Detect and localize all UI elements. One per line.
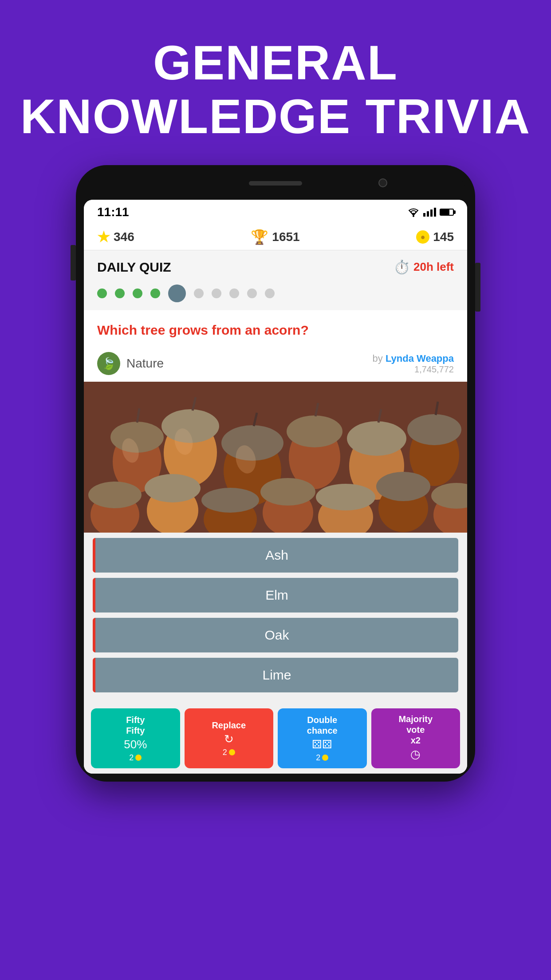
dot-10 <box>265 288 275 298</box>
status-icons <box>407 207 454 217</box>
lifeline-double-chance[interactable]: Double chance ⚄⚄ 2 <box>278 708 367 768</box>
svg-point-12 <box>287 415 342 447</box>
dot-5-current <box>168 285 186 302</box>
signal-icon <box>423 208 436 217</box>
lifeline-fifty-fifty[interactable]: Fifty Fifty 50% 2 <box>91 708 180 768</box>
acorn-illustration <box>84 382 467 533</box>
fifty-cost: 2 <box>129 753 142 763</box>
author-play-count: 1,745,772 <box>373 364 454 375</box>
star-icon: ★ <box>97 229 110 245</box>
answer-oak[interactable]: Oak <box>93 618 458 652</box>
lifeline-replace[interactable]: Replace ↻ 2 <box>185 708 274 768</box>
cost-dot-2 <box>229 749 235 755</box>
dot-2 <box>115 288 125 298</box>
timer-badge: ⏱️ 20h left <box>394 259 454 275</box>
daily-quiz-title: DAILY QUIZ <box>97 260 171 275</box>
svg-point-25 <box>201 488 259 513</box>
dot-7 <box>212 288 221 298</box>
lifeline-majority-vote[interactable]: Majority vote x2 ◷ <box>371 708 460 768</box>
dot-9 <box>247 288 257 298</box>
trophy-score: 🏆 1651 <box>251 229 299 245</box>
phone-camera <box>378 178 387 187</box>
answer-lime[interactable]: Lime <box>93 658 458 692</box>
svg-point-15 <box>347 421 406 456</box>
dot-4 <box>150 288 160 298</box>
stars-score: ★ 346 <box>97 229 134 245</box>
author-info: by Lynda Weappa 1,745,772 <box>373 353 454 375</box>
category-left: 🍃 Nature <box>97 352 164 375</box>
dot-6 <box>194 288 204 298</box>
double-icon: ⚄⚄ <box>312 738 332 751</box>
majority-icon: ◷ <box>410 747 421 761</box>
timer-icon: ⏱️ <box>394 259 410 275</box>
phone-notch <box>84 173 467 200</box>
trophy-icon: 🏆 <box>251 229 268 245</box>
answer-elm[interactable]: Elm <box>93 578 458 612</box>
phone-mockup: 11:11 <box>76 165 475 782</box>
replace-icon: ↻ <box>224 732 234 746</box>
dot-8 <box>229 288 239 298</box>
svg-point-27 <box>260 478 315 506</box>
svg-point-23 <box>145 474 201 502</box>
progress-dots <box>84 279 467 310</box>
score-bar: ★ 346 🏆 1651 ● 145 <box>84 224 467 250</box>
phone-speaker <box>249 181 302 186</box>
fifty-icon: 50% <box>124 738 147 751</box>
answers-section: Ash Elm Oak Lime <box>84 533 467 703</box>
page-title: GENERAL KNOWLEDGE TRIVIA <box>20 36 531 143</box>
question-text: Which tree grows from an acorn? <box>97 321 454 339</box>
status-time: 11:11 <box>97 205 129 219</box>
answer-ash[interactable]: Ash <box>93 538 458 573</box>
wifi-icon <box>407 207 420 217</box>
svg-point-0 <box>413 215 414 217</box>
author-name: Lynda Weappa <box>386 353 454 364</box>
daily-quiz-header: DAILY QUIZ ⏱️ 20h left <box>84 250 467 279</box>
status-bar: 11:11 <box>84 200 467 224</box>
question-image <box>84 382 467 533</box>
battery-icon <box>440 209 454 216</box>
lifeline-bar: Fifty Fifty 50% 2 Replace ↻ 2 <box>84 703 467 774</box>
svg-point-29 <box>316 484 375 510</box>
volume-button <box>71 245 76 281</box>
category-name: Nature <box>126 356 164 371</box>
svg-point-31 <box>376 472 430 501</box>
dot-3 <box>133 288 142 298</box>
phone-screen: 11:11 <box>84 200 467 774</box>
cost-dot-1 <box>135 755 142 761</box>
cost-dot-3 <box>322 755 328 761</box>
coin-score: ● 145 <box>416 230 454 244</box>
power-button <box>475 263 480 312</box>
category-badge: 🍃 <box>97 352 120 375</box>
coin-icon: ● <box>416 230 429 244</box>
svg-point-21 <box>88 482 142 508</box>
double-cost: 2 <box>316 753 328 763</box>
svg-point-18 <box>407 414 461 445</box>
replace-cost: 2 <box>223 748 235 757</box>
dot-1 <box>97 288 107 298</box>
category-row: 🍃 Nature by Lynda Weappa 1,745,772 <box>84 345 467 382</box>
question-section: Which tree grows from an acorn? <box>84 310 467 345</box>
